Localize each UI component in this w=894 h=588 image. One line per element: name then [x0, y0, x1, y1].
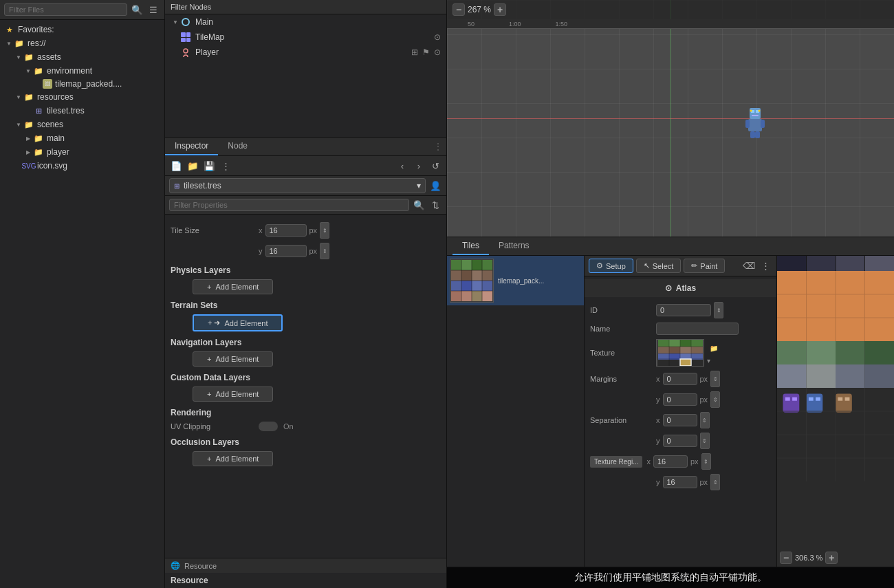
svg-rect-4	[752, 115, 759, 116]
select-btn[interactable]: ↖ Select	[636, 259, 682, 273]
setup-btn[interactable]: ⚙ Setup	[589, 259, 633, 273]
tab-node[interactable]: Node	[218, 138, 257, 155]
atlas-name-input[interactable]	[656, 323, 739, 335]
inspector-panel: Inspector Node ⋮ 📄 📁 💾 ⋮ ‹ › ↺ ⊞ tileset…	[165, 138, 446, 588]
zoom-plus-btn[interactable]: +	[494, 3, 506, 16]
icon-svg-label: icon.svg	[37, 161, 67, 171]
atlas-texture-region-y-row: y px ⇕	[585, 472, 776, 492]
uv-clipping-value: On	[283, 422, 294, 431]
filter-sort-btn[interactable]: ⇅	[428, 198, 442, 212]
scenes-label: scenes	[37, 120, 63, 129]
resource-user-icon-btn[interactable]: 👤	[428, 179, 442, 193]
atlas-margins-x-input[interactable]	[663, 373, 697, 385]
inspector-tab-bar: Inspector Node ⋮	[165, 138, 446, 156]
tab-bar-menu[interactable]: ⋮	[434, 142, 446, 151]
atlas-id-spin[interactable]: ⇕	[714, 302, 723, 318]
uv-clipping-toggle[interactable]	[259, 422, 278, 431]
resource-selector[interactable]: ⊞ tileset.tres ▾	[169, 178, 426, 193]
atlas-texture-region-x-row: Texture Regi... x px ⇕	[585, 451, 776, 472]
more-options-btn[interactable]: ⋮	[219, 159, 232, 173]
search-icon-btn[interactable]: 🔍	[130, 3, 144, 17]
next-btn[interactable]: ›	[412, 159, 426, 173]
tree-item-environment[interactable]: ▼ 📁 environment	[0, 64, 164, 78]
tree-item-scenes[interactable]: ▼ 📁 scenes	[0, 118, 164, 131]
tile-size-y-input[interactable]	[265, 245, 307, 257]
scene-item-player[interactable]: Player ⊞ ⚑ ⊙	[165, 45, 446, 60]
tree-item-resources[interactable]: ▼ 📁 resources	[0, 90, 164, 104]
arrow-res: ▼	[4, 39, 14, 48]
tree-item-main[interactable]: ▶ 📁 main	[0, 131, 164, 145]
tree-item-assets[interactable]: ▼ 📁 assets	[0, 50, 164, 64]
tree-item-res[interactable]: ▼ 📁 res://	[0, 36, 164, 50]
tree-item-icon-svg[interactable]: SVG icon.svg	[0, 159, 164, 173]
open-file-btn[interactable]: 📁	[186, 159, 199, 173]
history-btn[interactable]: ↺	[428, 159, 442, 173]
filter-properties-input[interactable]	[169, 199, 409, 211]
resource-footer-label: Resource	[165, 573, 446, 588]
tree-item-tileset-tres[interactable]: ⊞ tileset.tres	[0, 104, 164, 118]
new-script-btn[interactable]: 📄	[169, 159, 183, 173]
svg-rect-22	[461, 281, 472, 291]
atlas-texture-region-y-input[interactable]	[663, 476, 697, 488]
atlas-separation-x-spin[interactable]: ⇕	[700, 412, 710, 428]
texture-open-btn[interactable]: 📁	[707, 342, 721, 356]
atlas-texture-region-x-spin[interactable]: ⇕	[701, 453, 711, 470]
svg-rect-100	[836, 394, 852, 413]
tilemap-tab-patterns[interactable]: Patterns	[489, 237, 539, 255]
atlas-margins-y-input[interactable]	[663, 393, 697, 406]
scene-item-main[interactable]: ▼ Main	[165, 14, 446, 30]
folder-environment-icon: 📁	[33, 65, 44, 76]
tile-size-x-input[interactable]	[265, 224, 307, 237]
tilemap-tab-tiles[interactable]: Tiles	[453, 237, 489, 255]
atlas-more-btn[interactable]: ⋮	[759, 259, 772, 273]
physics-add-btn[interactable]: + Add Element	[193, 279, 273, 294]
occlusion-add-btn[interactable]: + Add Element	[193, 451, 273, 466]
arrow-scene-player	[171, 47, 180, 57]
tree-item-favorites[interactable]: ★ Favorites:	[0, 23, 164, 36]
viewport: 50 1:00 1:50	[447, 0, 894, 237]
atlas-margins-x-spin[interactable]: ⇕	[710, 371, 720, 387]
tab-inspector[interactable]: Inspector	[165, 138, 218, 155]
arrow-player: ▶	[23, 147, 33, 157]
assets-label: assets	[37, 52, 61, 62]
svg-rect-7	[761, 120, 765, 128]
subtitle-text: 允许我们使用平铺地图系统的自动平铺功能。	[574, 571, 767, 582]
tile-size-y-spin[interactable]: ⇕	[320, 243, 329, 259]
paint-btn[interactable]: ✏ Paint	[684, 259, 725, 273]
save-btn[interactable]: 💾	[202, 159, 216, 173]
tile-size-x-spin[interactable]: ⇕	[320, 222, 329, 239]
tree-item-player[interactable]: ▶ 📁 player	[0, 145, 164, 159]
svg-rect-96	[792, 398, 797, 401]
resource-selector-icon: ⊞	[174, 182, 179, 190]
atlas-texture-region-y-spin[interactable]: ⇕	[710, 474, 720, 490]
atlas-id-input[interactable]	[656, 304, 711, 316]
texture-preview[interactable]	[656, 339, 704, 367]
svg-rect-69	[777, 256, 807, 271]
tilemap-sources: tilemap_pack...	[447, 256, 585, 567]
svg-rect-99	[816, 398, 820, 401]
paint-icon: ✏	[691, 261, 697, 270]
navigation-add-label: Add Element	[215, 355, 259, 363]
atlas-margins-y-spin[interactable]: ⇕	[710, 391, 720, 408]
tile-size-y-row: y px ⇕	[165, 241, 446, 261]
filter-files-input[interactable]	[4, 3, 127, 16]
tilemap-content: tilemap_pack... ⚙ Setup ↖ Select	[447, 256, 894, 567]
atlas-texture-region-x-input[interactable]	[653, 455, 688, 468]
tilemap-source-item[interactable]: tilemap_pack...	[447, 256, 584, 305]
sort-icon-btn[interactable]: ☰	[146, 3, 160, 17]
prev-btn[interactable]: ‹	[395, 159, 409, 173]
terrain-add-btn[interactable]: + ➜ Add Element	[193, 314, 283, 331]
zoom-minus-btn[interactable]: −	[453, 3, 465, 16]
tileset-preview-container[interactable]	[777, 256, 894, 567]
arrow-scenes: ▼	[14, 120, 23, 129]
node-player-icon	[180, 47, 191, 58]
atlas-separation-y-input[interactable]	[663, 435, 697, 447]
filter-search-btn[interactable]: 🔍	[412, 198, 426, 212]
atlas-separation-x-input[interactable]	[663, 414, 697, 426]
eraser-btn[interactable]: ⌫	[742, 259, 756, 273]
custom-data-add-btn[interactable]: + Add Element	[193, 386, 273, 402]
atlas-separation-y-spin[interactable]: ⇕	[700, 433, 710, 449]
scene-item-tilemap[interactable]: TileMap ⊙	[165, 30, 446, 45]
navigation-add-btn[interactable]: + Add Element	[193, 351, 273, 367]
tree-item-tilemap-packed[interactable]: 🖼 tilemap_packed....	[0, 78, 164, 90]
